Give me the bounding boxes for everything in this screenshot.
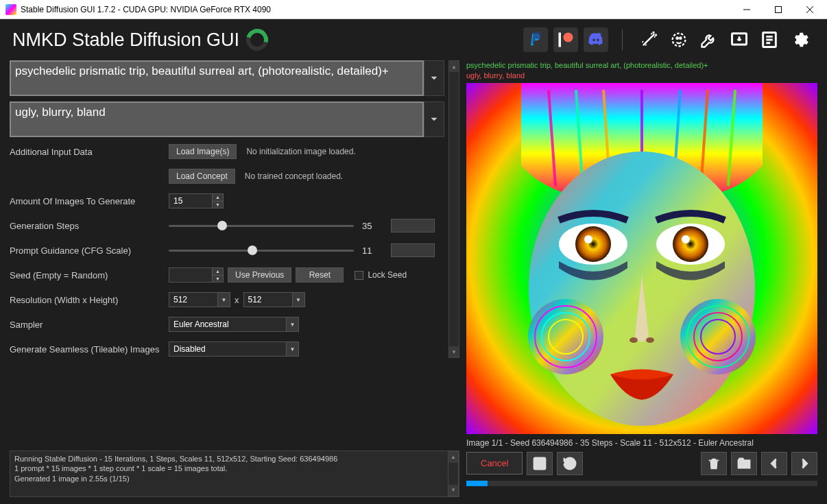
- use-previous-button[interactable]: Use Previous: [228, 267, 291, 283]
- negative-prompt-dropdown[interactable]: [424, 101, 444, 137]
- log-line: 1 prompt * 15 images * 1 step count * 1 …: [14, 464, 445, 473]
- titlebar: Stable Diffusion GUI 1.7.2 - CUDA GPU: N…: [0, 0, 827, 19]
- delete-button[interactable]: [701, 452, 727, 475]
- steps-label: Generation Steps: [10, 221, 169, 231]
- app-icon: [5, 4, 16, 15]
- dreambooth-icon[interactable]: [667, 27, 691, 52]
- amount-input[interactable]: ▲▼: [169, 193, 224, 208]
- log-scrollbar[interactable]: ▲▼: [448, 451, 459, 496]
- lock-seed-checkbox[interactable]: Lock Seed: [355, 270, 407, 280]
- app-title: NMKD Stable Diffusion GUI: [12, 29, 239, 51]
- svg-rect-2: [559, 33, 562, 47]
- loading-ring-icon: [242, 25, 272, 55]
- log-box: Running Stable Diffusion - 15 Iterations…: [10, 451, 459, 497]
- load-images-hint: No initialization image loaded.: [246, 147, 355, 156]
- settings-scrollbar[interactable]: ▲▼: [448, 60, 459, 358]
- seed-label: Seed (Empty = Random): [10, 270, 169, 280]
- steps-box[interactable]: [391, 219, 435, 232]
- svg-point-16: [673, 226, 708, 262]
- install-icon[interactable]: [727, 27, 752, 52]
- svg-point-22: [680, 299, 756, 374]
- patreon-icon[interactable]: [553, 27, 578, 52]
- window-title: Stable Diffusion GUI 1.7.2 - CUDA GPU: N…: [21, 5, 731, 14]
- settings-icon[interactable]: [787, 27, 812, 52]
- tileable-label: Generate Seamless (Tileable) Images: [10, 344, 169, 355]
- positive-prompt-dropdown[interactable]: [424, 60, 444, 96]
- discord-icon[interactable]: [584, 27, 608, 52]
- load-concept-hint: No trained concept loaded.: [245, 171, 343, 181]
- svg-point-21: [528, 299, 603, 374]
- load-images-button[interactable]: Load Image(s): [169, 144, 237, 159]
- svg-point-20: [646, 337, 654, 343]
- preview-image[interactable]: [466, 83, 817, 434]
- cancel-button[interactable]: Cancel: [466, 452, 523, 475]
- cfg-box[interactable]: [391, 243, 435, 257]
- magic-wand-icon[interactable]: [636, 27, 661, 52]
- seed-input[interactable]: ▲▼: [169, 267, 224, 283]
- additional-input-label: Additional Input Data: [10, 147, 169, 157]
- cfg-slider[interactable]: [169, 243, 354, 257]
- sampler-select[interactable]: Euler Ancestral▼: [169, 317, 299, 332]
- preview-negative: ugly, blurry, bland: [466, 71, 817, 81]
- maximize-button[interactable]: [763, 0, 794, 19]
- res-x: x: [235, 295, 239, 305]
- svg-point-15: [575, 226, 611, 262]
- svg-point-18: [682, 235, 690, 243]
- open-folder-button[interactable]: [731, 452, 757, 475]
- image-info: Image 1/1 - Seed 636494986 - 35 Steps - …: [466, 438, 817, 448]
- svg-point-4: [656, 34, 656, 35]
- sampler-label: Sampler: [10, 320, 169, 330]
- height-select[interactable]: 512▼: [243, 292, 305, 307]
- steps-value: 35: [362, 221, 383, 231]
- svg-point-5: [673, 34, 686, 47]
- svg-point-1: [564, 33, 573, 43]
- amount-label: Amount Of Images To Generate: [10, 196, 169, 206]
- width-select[interactable]: 512▼: [169, 292, 230, 307]
- logs-icon[interactable]: [757, 27, 782, 52]
- next-image-button[interactable]: [791, 452, 817, 475]
- reset-button[interactable]: Reset: [296, 267, 344, 283]
- minimize-button[interactable]: [731, 0, 763, 19]
- preview-meta: psychedelic prismatic trip, beautiful su…: [466, 60, 817, 82]
- svg-point-17: [584, 235, 592, 243]
- log-line: Running Stable Diffusion - 15 Iterations…: [14, 454, 445, 464]
- load-concept-button[interactable]: Load Concept: [169, 169, 235, 184]
- preview-positive: psychedelic prismatic trip, beautiful su…: [466, 60, 817, 71]
- tileable-select[interactable]: Disabled▼: [169, 341, 299, 357]
- svg-point-19: [630, 337, 638, 343]
- cfg-label: Prompt Guidance (CFG Scale): [10, 245, 169, 256]
- paypal-icon[interactable]: [523, 27, 548, 52]
- svg-point-6: [677, 38, 678, 39]
- positive-prompt-input[interactable]: [10, 60, 424, 96]
- add-to-queue-button[interactable]: [527, 452, 553, 475]
- tools-icon[interactable]: [697, 27, 721, 52]
- header: NMKD Stable Diffusion GUI: [0, 19, 827, 60]
- close-button[interactable]: [794, 0, 826, 19]
- svg-rect-0: [776, 6, 782, 12]
- resolution-label: Resolution (Width x Height): [10, 295, 169, 305]
- svg-point-7: [680, 38, 681, 39]
- log-line: Generated 1 image in 2.55s (1/15): [14, 474, 445, 483]
- svg-point-3: [653, 32, 654, 33]
- steps-slider[interactable]: [169, 219, 354, 232]
- history-button[interactable]: [557, 452, 583, 475]
- previous-image-button[interactable]: [761, 452, 787, 475]
- cfg-value: 11: [362, 245, 383, 256]
- negative-prompt-input[interactable]: [10, 101, 424, 137]
- progress-bar: [466, 481, 817, 486]
